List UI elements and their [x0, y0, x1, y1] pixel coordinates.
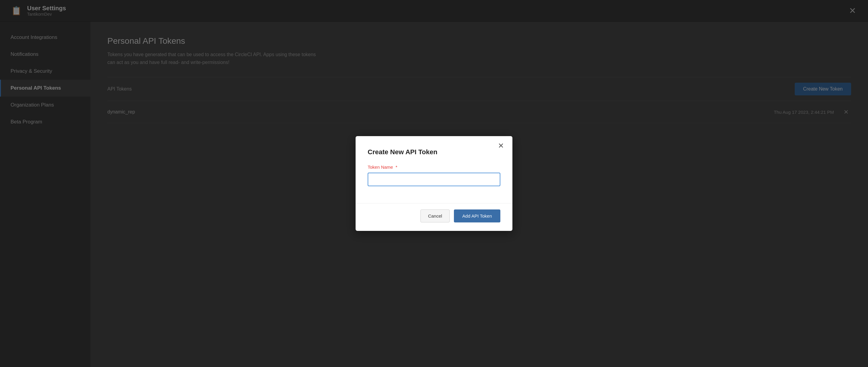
modal-body: Create New API Token Token Name * — [355, 136, 513, 196]
cancel-button[interactable]: Cancel — [421, 209, 450, 222]
modal-title: Create New API Token — [368, 148, 500, 156]
add-api-token-button[interactable]: Add API Token — [454, 209, 500, 222]
modal-close-button[interactable]: ✕ — [496, 141, 506, 150]
token-name-label: Token Name * — [368, 165, 500, 170]
modal-footer: Cancel Add API Token — [355, 203, 513, 231]
modal-overlay: ✕ Create New API Token Token Name * Canc… — [0, 0, 868, 367]
create-token-modal: ✕ Create New API Token Token Name * Canc… — [355, 136, 513, 231]
token-name-input[interactable] — [368, 173, 500, 186]
token-name-field-group: Token Name * — [368, 165, 500, 186]
required-indicator: * — [395, 165, 397, 170]
modal-close-icon: ✕ — [498, 142, 504, 150]
